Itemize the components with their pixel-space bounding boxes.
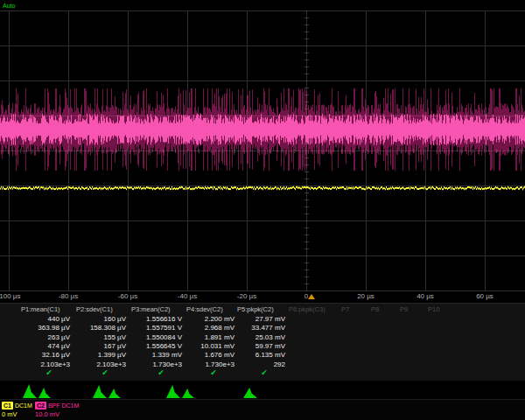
param-value-cell: 33.477 mV [251, 324, 285, 332]
param-status-check: ✔ [102, 368, 108, 377]
param-value-cell: 1.550084 V [146, 333, 182, 341]
param-header-inactive[interactable]: P8 [371, 305, 379, 313]
param-value-cell: 59.97 mV [256, 342, 285, 350]
param-value-cell: 160 µV [103, 315, 126, 323]
time-tick-label: 20 µs [357, 292, 374, 300]
param-value-cell: 32.16 µV [42, 351, 70, 359]
param-value-cell: 363.98 µV [38, 324, 70, 332]
c2-coupling: BPF DC1M [48, 402, 79, 410]
param-value-cell: 1.556616 V [146, 315, 182, 323]
param-value-cell: 25.03 mV [256, 333, 285, 341]
param-value-cell: 155 µV [103, 333, 126, 341]
param-value-cell: 1.399 µV [98, 351, 126, 359]
time-tick-label: -80 µs [59, 292, 78, 300]
channel-c2-descriptor[interactable]: C2 BPF DC1M 10.0 mV [35, 401, 79, 419]
trigger-position-marker [308, 294, 315, 299]
param-header[interactable]: P4:sdev(C2) [186, 305, 223, 313]
param-value-cell: 10.031 mV [200, 342, 234, 350]
time-tick-label: -100 µs [0, 292, 20, 300]
param-value-cell: 2.200 mV [205, 315, 234, 323]
param-value-cell: 1.556645 V [146, 342, 182, 350]
param-value-cell: 1.339 mV [152, 351, 182, 359]
param-header[interactable]: P1:mean(C1) [21, 305, 60, 313]
c2-badge: C2 [35, 402, 46, 410]
time-tick-label: -40 µs [178, 292, 197, 300]
param-header-inactive[interactable]: P9 [400, 305, 408, 313]
param-status-check: ✔ [46, 368, 52, 377]
param-value-cell: 440 µV [47, 315, 70, 323]
param-value-cell: 1.557591 V [146, 324, 182, 332]
measurement-table: P1:mean(C1)P2:sdev(C1)P3:mean(C2)P4:sdev… [0, 303, 525, 381]
param-value-cell: 2.103e+3 [96, 360, 126, 368]
param-status-check: ✔ [158, 368, 164, 377]
param-value-cell: 292 [274, 360, 285, 368]
c1-scale: 0 mV [2, 410, 32, 419]
c1-badge: C1 [2, 402, 13, 410]
param-value-cell: 1.676 mV [205, 351, 234, 359]
param-value-cell: 27.97 mV [256, 315, 285, 323]
param-value-cell: 6.135 mV [256, 351, 285, 359]
param-value-cell: 2.103e+3 [40, 360, 70, 368]
waveform-display[interactable] [0, 10, 525, 292]
param-value-cell: 1.891 mV [205, 333, 234, 341]
c1-coupling: DC1M [15, 402, 32, 410]
param-value-cell: 167 µV [103, 342, 126, 350]
param-value-cell: 2.968 mV [205, 324, 234, 332]
param-value-cell: 474 µV [47, 342, 70, 350]
time-tick-label: 40 µs [416, 292, 434, 300]
param-header-inactive[interactable]: P7 [341, 305, 349, 313]
time-axis: -100 µs-80 µs-60 µs-40 µs-20 µs020 µs40 … [0, 292, 525, 303]
time-tick-label: -60 µs [118, 292, 137, 300]
bottom-bar: C1 DC1M 0 mV C2 BPF DC1M 10.0 mV + HD Tb… [0, 399, 525, 420]
param-value-cell: 263 µV [47, 333, 70, 341]
channel-c1-descriptor[interactable]: C1 DC1M 0 mV [2, 401, 32, 419]
param-header-inactive[interactable]: P10 [428, 305, 439, 313]
time-tick-label: -20 µs [237, 292, 256, 300]
param-status-check: ✔ [261, 368, 268, 377]
param-header[interactable]: P2:sdev(C1) [76, 305, 113, 313]
param-status-check: ✔ [210, 368, 217, 377]
trigger-status: Auto [3, 3, 15, 9]
param-value-cell: 1.730e+3 [205, 360, 234, 368]
param-header-inactive[interactable]: P6:pkpk(C3) [289, 305, 326, 313]
time-tick-label: 60 µs [476, 292, 494, 300]
c2-scale: 10.0 mV [35, 410, 79, 419]
param-value-cell: 158.308 µV [90, 324, 126, 332]
param-header[interactable]: P5:pkpk(C2) [237, 305, 274, 313]
param-header[interactable]: P3:mean(C2) [131, 305, 171, 313]
param-value-cell: 1.730e+3 [152, 360, 182, 368]
oscilloscope-screen: Auto -100 µs-80 µs-60 µs-40 µs-20 µs020 … [0, 0, 525, 420]
parameter-histicons [0, 380, 525, 399]
